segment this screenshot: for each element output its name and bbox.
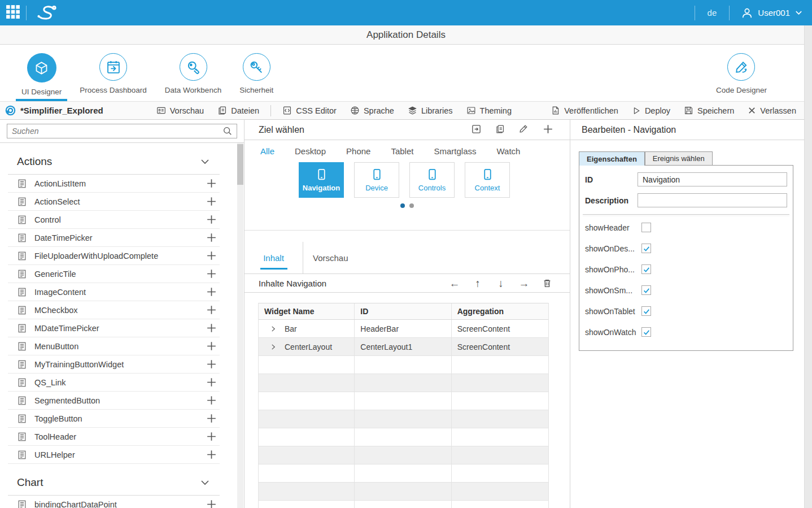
sidebar-scrollbar[interactable] (237, 143, 243, 508)
module-ui-designer[interactable]: UI Designer (16, 45, 67, 101)
page-scrollbar[interactable] (804, 25, 812, 508)
screen-tile-device[interactable]: Device (354, 162, 399, 198)
device-tab-phone[interactable]: Phone (346, 146, 370, 156)
sprache-button[interactable]: Sprache (343, 102, 401, 120)
goto-screen-button[interactable] (471, 124, 482, 136)
language-button[interactable]: de (695, 0, 730, 25)
dateien-button[interactable]: Dateien (211, 102, 266, 120)
move-up-button[interactable]: ↑ (472, 278, 483, 289)
add-datetimepicker-button[interactable] (204, 232, 219, 244)
device-tab-watch[interactable]: Watch (496, 146, 520, 156)
device-tab-desktop[interactable]: Desktop (295, 146, 326, 156)
widget-item-bindingchartdatapoint[interactable]: bindingChartDataPoint (8, 496, 220, 508)
widget-item-fileuploaderwithuploadcomplete[interactable]: FileUploaderWithUploadComplete (8, 247, 220, 265)
tab-ereignis-waehlen[interactable]: Ereignis wählen (645, 151, 713, 165)
ver-ffentlichen-button[interactable]: Veröffentlichen (544, 102, 625, 120)
widget-item-mytrainingbuttonwidget[interactable]: MyTrainingButtonWidget (8, 355, 220, 374)
sidebar-scrollbar-thumb[interactable] (237, 144, 243, 185)
widget-item-segmentedbutton[interactable]: SegmentedButton (8, 392, 220, 410)
showontablet-checkbox[interactable] (641, 306, 651, 316)
libraries-button[interactable]: Libraries (401, 102, 460, 120)
device-tab-alle[interactable]: Alle (260, 146, 274, 156)
showonsm-checkbox[interactable] (641, 285, 651, 295)
add-mdatetimepicker-button[interactable] (204, 322, 219, 334)
copy-screen-button[interactable] (495, 124, 505, 136)
add-bindingchartdatapoint-button[interactable] (204, 498, 219, 508)
widget-item-actionselect[interactable]: ActionSelect (8, 193, 220, 211)
move-down-button[interactable]: ↓ (495, 278, 507, 289)
add-mcheckbox-button[interactable] (204, 304, 219, 316)
expand-chevron-icon[interactable] (270, 344, 277, 350)
showondes-checkbox[interactable] (641, 244, 651, 253)
expand-chevron-icon[interactable] (270, 325, 277, 332)
add-togglebutton-button[interactable] (204, 413, 219, 424)
widget-item-qs-link[interactable]: QS_Link (8, 374, 220, 392)
table-row[interactable]: CenterLayoutCenterLayout1ScreenContent (259, 338, 548, 356)
calendar-arrow-icon (99, 53, 127, 81)
add-actionlistitem-button[interactable] (204, 177, 219, 189)
add-qs-link-button[interactable] (204, 376, 219, 388)
widget-item-mcheckbox[interactable]: MCheckbox (8, 301, 220, 319)
widget-item-urlhelper[interactable]: URLHelper (8, 446, 220, 464)
widget-item-actionlistitem[interactable]: ActionListItem (8, 175, 220, 193)
css-editor-button[interactable]: CSS Editor (276, 102, 343, 120)
widget-item-mdatetimepicker[interactable]: MDateTimePicker (8, 319, 220, 337)
module-process-dashboard[interactable]: Process Dashboard (74, 45, 152, 101)
add-urlhelper-button[interactable] (204, 449, 219, 461)
search-button[interactable] (219, 126, 237, 136)
properties-box: ID Description showHeadershowOnDes...sho… (579, 165, 793, 351)
widget-item-togglebutton[interactable]: ToggleButton (8, 410, 220, 428)
deploy-button[interactable]: Deploy (625, 102, 677, 120)
table-row[interactable]: BarHeaderBarScreenContent (259, 320, 548, 338)
vorschau-button[interactable]: Vorschau (150, 102, 211, 120)
tab-inhalt[interactable]: Inhalt (245, 242, 303, 273)
showonwatch-checkbox[interactable] (641, 327, 651, 337)
module-sicherheit[interactable]: Sicherheit (234, 45, 279, 101)
widget-item-menubutton[interactable]: MenuButton (8, 337, 220, 355)
device-tab-tablet[interactable]: Tablet (391, 146, 413, 156)
verlassen-button[interactable]: Verlassen (741, 102, 803, 120)
screen-tile-controls[interactable]: Controls (409, 162, 455, 198)
add-control-button[interactable] (204, 214, 219, 225)
widget-item-control[interactable]: Control (8, 211, 220, 229)
id-field[interactable] (638, 172, 787, 186)
screen-tile-context[interactable]: Context (465, 162, 510, 198)
widget-item-generictile[interactable]: GenericTile (8, 265, 220, 283)
screen-tile-navigation[interactable]: Navigation (299, 162, 344, 198)
showheader-checkbox[interactable] (641, 223, 651, 232)
move-right-button[interactable]: → (518, 278, 530, 289)
module-data-workbench[interactable]: Data Workbench (159, 45, 227, 101)
cell-aggregation: ScreenContent (452, 320, 548, 337)
add-actionselect-button[interactable] (204, 196, 219, 207)
description-field[interactable] (638, 193, 787, 207)
add-mytrainingbuttonwidget-button[interactable] (204, 358, 219, 370)
page-dot-2[interactable] (409, 203, 414, 208)
add-imagecontent-button[interactable] (204, 286, 219, 298)
move-left-button[interactable]: ← (449, 278, 460, 289)
tab-vorschau[interactable]: Vorschau (303, 242, 377, 273)
page-dot-1[interactable] (400, 203, 405, 208)
add-fileuploaderwithuploadcomplete-button[interactable] (204, 250, 219, 262)
add-segmentedbutton-button[interactable] (204, 394, 219, 406)
section-header-actions[interactable]: Actions (8, 149, 220, 175)
user-menu-button[interactable]: User001 (730, 0, 812, 25)
speichern-button[interactable]: Speichern (677, 102, 741, 120)
add-generictile-button[interactable] (204, 268, 219, 280)
delete-button[interactable] (542, 278, 553, 288)
section-header-chart[interactable]: Chart (8, 470, 220, 496)
app-launcher-button[interactable] (0, 0, 26, 25)
edit-panel-header: Bearbeiten - Navigation (570, 120, 804, 140)
tab-eigenschaften[interactable]: Eigenschaften (579, 151, 645, 166)
widget-item-imagecontent[interactable]: ImageContent (8, 283, 220, 301)
widget-item-toolheader[interactable]: ToolHeader (8, 428, 220, 446)
add-toolheader-button[interactable] (204, 431, 219, 442)
widget-item-datetimepicker[interactable]: DateTimePicker (8, 229, 220, 247)
module-code-designer[interactable]: Code Designer (710, 45, 772, 101)
add-menubutton-button[interactable] (204, 340, 219, 352)
add-screen-button[interactable] (542, 123, 554, 137)
device-tab-smartglass[interactable]: Smartglass (434, 146, 476, 156)
showonpho-checkbox[interactable] (641, 264, 651, 274)
theming-button[interactable]: Theming (460, 102, 518, 120)
edit-screen-button[interactable] (518, 124, 529, 136)
search-input[interactable] (7, 127, 219, 136)
